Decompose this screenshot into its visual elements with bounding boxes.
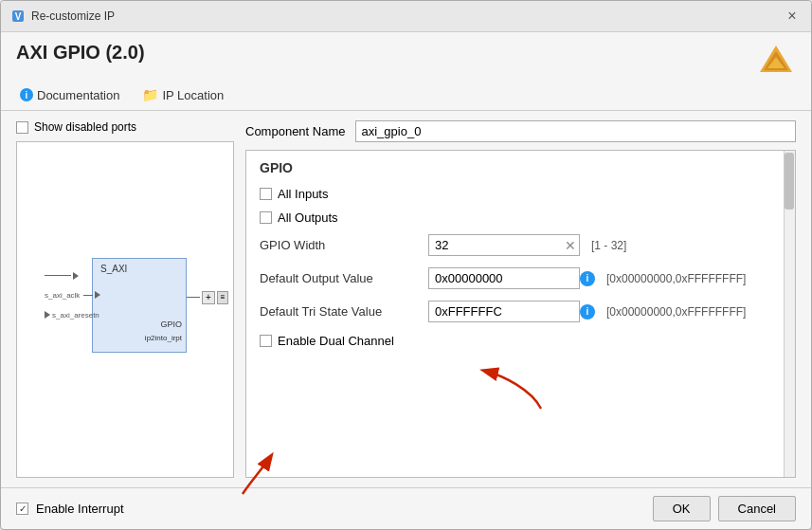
default-tristate-input[interactable] xyxy=(428,301,580,322)
title-bar-left: V Re-customize IP xyxy=(10,9,115,24)
right-port: + ≡ xyxy=(187,291,228,304)
ip-location-nav[interactable]: 📁 IP Location xyxy=(138,85,227,104)
gpio-width-input[interactable] xyxy=(428,234,580,256)
all-outputs-row: All Outputs xyxy=(260,210,782,225)
close-button[interactable]: × xyxy=(783,7,802,26)
port-saxi xyxy=(45,272,100,280)
comp-irpt-label: ip2into_irpt xyxy=(145,334,182,342)
all-inputs-label[interactable]: All Inputs xyxy=(260,187,328,201)
main-content: Show disabled ports S_AXI GPIO ip2into_i… xyxy=(1,111,811,487)
add-port-button[interactable]: + xyxy=(202,291,215,304)
enable-interrupt-checkbox[interactable] xyxy=(16,503,28,515)
info-icon: i xyxy=(20,88,33,101)
footer-buttons: OK Cancel xyxy=(653,496,796,521)
footer-left: Enable Interrupt xyxy=(16,502,124,516)
default-tristate-range: [0x00000000,0xFFFFFFFF] xyxy=(606,305,746,319)
show-disabled-row: Show disabled ports xyxy=(16,120,234,134)
title-bar: V Re-customize IP × xyxy=(1,1,811,32)
folder-icon: 📁 xyxy=(142,87,158,102)
section-title: GPIO xyxy=(260,160,782,175)
default-tristate-label: Default Tri State Value xyxy=(260,304,421,319)
left-panel: Show disabled ports S_AXI GPIO ip2into_i… xyxy=(16,120,234,478)
port-options[interactable]: ≡ xyxy=(217,291,228,304)
default-output-input-wrap: i xyxy=(428,267,595,289)
left-ports: s_axi_aclk s_axi_aresetn xyxy=(45,272,100,320)
default-tristate-input-wrap: i xyxy=(428,301,595,322)
port-aresetn: s_axi_aresetn xyxy=(45,311,100,320)
default-output-label: Default Output Value xyxy=(260,271,421,285)
all-outputs-label[interactable]: All Outputs xyxy=(260,210,338,225)
documentation-nav[interactable]: i Documentation xyxy=(16,85,123,104)
show-disabled-checkbox[interactable] xyxy=(16,121,28,134)
dual-channel-row: Enable Dual Channel xyxy=(260,334,782,348)
app-icon: V xyxy=(10,9,26,24)
svg-text:V: V xyxy=(15,11,22,22)
header-title: AXI GPIO (2.0) xyxy=(16,42,145,71)
enable-interrupt-label: Enable Interrupt xyxy=(36,502,124,516)
component-name-input[interactable] xyxy=(355,120,797,142)
ip-location-label: IP Location xyxy=(162,88,224,102)
default-tristate-row: Default Tri State Value i [0x00000000,0x… xyxy=(260,301,782,322)
gpio-width-row: GPIO Width ✕ [1 - 32] xyxy=(260,234,782,256)
default-output-info-icon[interactable]: i xyxy=(580,271,595,286)
nav-bar: i Documentation 📁 IP Location xyxy=(1,82,811,111)
all-outputs-checkbox[interactable] xyxy=(260,211,272,224)
component-name-row: Component Name xyxy=(245,120,796,142)
component-diagram: S_AXI GPIO ip2into_irpt xyxy=(45,253,206,367)
default-tristate-info-icon[interactable]: i xyxy=(580,304,595,320)
all-inputs-row: All Inputs xyxy=(260,187,782,201)
default-output-input[interactable] xyxy=(428,267,580,289)
title-bar-text: Re-customize IP xyxy=(31,9,115,23)
dual-channel-label[interactable]: Enable Dual Channel xyxy=(260,334,394,348)
comp-gpio-label: GPIO xyxy=(160,320,182,329)
gpio-width-range: [1 - 32] xyxy=(591,239,626,252)
gpio-width-label: GPIO Width xyxy=(260,238,421,252)
header-section: AXI GPIO (2.0) xyxy=(1,32,811,82)
port-aclk: s_axi_aclk xyxy=(45,291,100,300)
component-name-label: Component Name xyxy=(245,124,346,138)
footer: Enable Interrupt OK Cancel xyxy=(1,487,811,529)
scrollbar-thumb[interactable] xyxy=(785,153,794,210)
default-output-row: Default Output Value i [0x00000000,0xFFF… xyxy=(260,267,782,289)
default-output-range: [0x00000000,0xFFFFFFFF] xyxy=(606,272,746,285)
show-disabled-label: Show disabled ports xyxy=(34,120,136,134)
config-panel: GPIO All Inputs All Outputs xyxy=(245,150,796,478)
ok-button[interactable]: OK xyxy=(653,496,711,521)
cancel-button[interactable]: Cancel xyxy=(718,496,796,521)
comp-top-label: S_AXI xyxy=(100,264,127,274)
gpio-width-clear-icon[interactable]: ✕ xyxy=(565,238,576,253)
config-panel-inner: GPIO All Inputs All Outputs xyxy=(246,151,795,367)
scrollbar-track[interactable] xyxy=(784,151,795,477)
component-preview: S_AXI GPIO ip2into_irpt xyxy=(16,141,234,478)
right-panel: Component Name GPIO All Inputs xyxy=(245,120,796,478)
dialog: V Re-customize IP × AXI GPIO (2.0) i Doc… xyxy=(0,0,812,530)
vivado-logo xyxy=(756,42,796,82)
all-inputs-checkbox[interactable] xyxy=(260,188,272,200)
component-body: S_AXI GPIO ip2into_irpt xyxy=(92,258,187,353)
documentation-label: Documentation xyxy=(37,88,119,102)
dialog-title: AXI GPIO (2.0) xyxy=(16,42,145,64)
gpio-width-input-wrap: ✕ xyxy=(428,234,580,256)
dual-channel-checkbox[interactable] xyxy=(260,335,272,347)
